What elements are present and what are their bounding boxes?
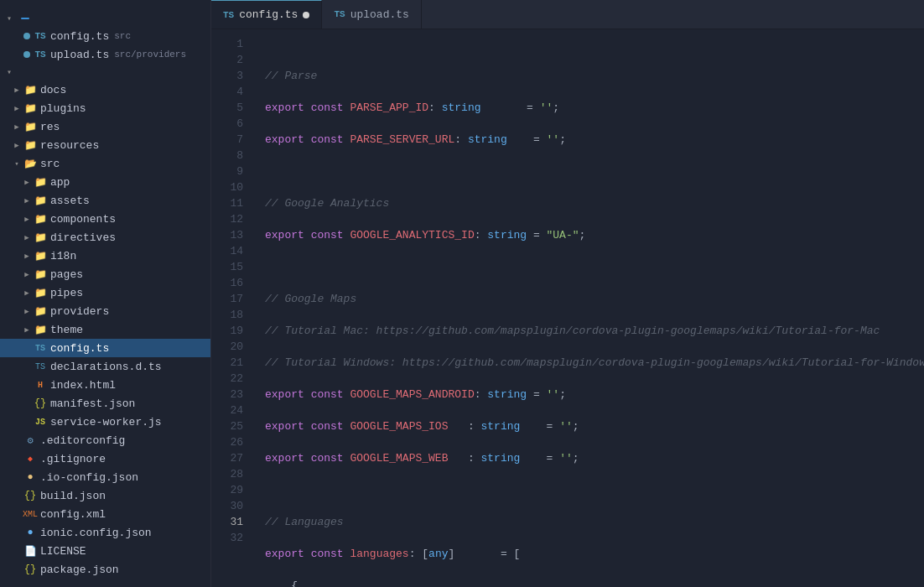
ts-icon: TS: [34, 29, 47, 43]
tree-gitignore[interactable]: ◆ .gitignore: [0, 449, 210, 468]
code-line-9: // Tutorial Mac: https://github.com/maps…: [265, 323, 924, 339]
folder-icon-src: 📂: [23, 157, 37, 170]
open-file-upload-path: src/providers: [114, 49, 186, 60]
tree-package-json-label: package.json: [40, 564, 119, 576]
code-area[interactable]: 1234567891011121314151617181920212223242…: [211, 29, 924, 587]
line-number-13: 13: [211, 227, 243, 243]
tree-pages[interactable]: ▶ 📁 pages: [0, 265, 210, 283]
line-number-12: 12: [211, 211, 243, 227]
line-number-16: 16: [211, 275, 243, 291]
tab-ts-icon-upload: TS: [334, 9, 345, 19]
line-number-20: 20: [211, 339, 243, 355]
json-icon-manifest: {}: [34, 397, 47, 410]
tree-io-config-json[interactable]: ● .io-config.json: [0, 468, 210, 486]
tree-config-xml[interactable]: XML config.xml: [0, 505, 210, 523]
tree-directives[interactable]: ▶ 📁 directives: [0, 228, 210, 247]
tab-upload-ts[interactable]: TS upload.ts: [322, 0, 421, 29]
line-number-22: 22: [211, 371, 243, 387]
tree-ionic-config-json[interactable]: ● ionic.config.json: [0, 523, 210, 542]
tree-io-config-label: .io-config.json: [40, 471, 138, 484]
file-dot-upload: [23, 51, 30, 58]
code-content[interactable]: // Parse export const PARSE_APP_ID: stri…: [252, 29, 924, 587]
tree-build-json-label: build.json: [40, 490, 106, 502]
folder-icon-pipes: 📁: [34, 286, 47, 299]
tree-app[interactable]: ▶ 📁 app: [0, 173, 210, 191]
tree-i18n[interactable]: ▶ 📁 i18n: [0, 247, 210, 265]
line-number-3: 3: [211, 68, 243, 84]
tree-resources[interactable]: ▶ 📁 resources: [0, 136, 210, 154]
code-line-7: [265, 259, 924, 275]
line-number-2: 2: [211, 52, 243, 68]
line-number-23: 23: [211, 387, 243, 403]
tree-assets-label: assets: [50, 195, 90, 207]
project-section[interactable]: ▾: [0, 64, 210, 81]
tree-theme[interactable]: ▶ 📁 theme: [0, 320, 210, 339]
folder-icon-res: 📁: [23, 120, 37, 133]
line-number-27: 27: [211, 450, 243, 466]
code-line-16: export const languages: [any] = [: [265, 546, 924, 562]
folder-icon-directives: 📁: [34, 231, 47, 244]
tab-config-ts[interactable]: TS config.ts: [211, 0, 322, 29]
tree-service-worker[interactable]: JS service-worker.js: [0, 413, 210, 431]
tree-res[interactable]: ▶ 📁 res: [0, 117, 210, 136]
code-line-4: [265, 164, 924, 179]
code-line-6: export const GOOGLE_ANALYTICS_ID: string…: [265, 227, 924, 243]
line-number-1: 1: [211, 36, 243, 52]
tree-src[interactable]: ▾ 📂 src: [0, 154, 210, 173]
tree-plugins[interactable]: ▶ 📁 plugins: [0, 99, 210, 117]
tree-editorconfig[interactable]: ⚙ .editorconfig: [0, 431, 210, 449]
xml-icon: XML: [23, 507, 37, 521]
tab-upload-ts-label: upload.ts: [350, 8, 409, 21]
line-number-6: 6: [211, 116, 243, 132]
ts-icon-upload: TS: [34, 48, 47, 61]
open-file-config-label: config.ts: [50, 30, 109, 43]
tree-license-label: LICENSE: [40, 545, 86, 558]
tab-ts-icon-config: TS: [223, 10, 234, 20]
line-number-19: 19: [211, 323, 243, 339]
tree-service-worker-label: service-worker.js: [50, 416, 162, 429]
tree-src-label: src: [40, 158, 60, 170]
ion-icon: ●: [23, 470, 37, 484]
open-editors-section[interactable]: ▾: [0, 10, 210, 27]
tree-res-label: res: [40, 121, 60, 133]
tree-assets[interactable]: ▶ 📁 assets: [0, 191, 210, 210]
tree-license[interactable]: 📄 LICENSE: [0, 542, 210, 560]
code-line-10: // Tutorial Windows: https://github.com/…: [265, 355, 924, 371]
tree-ionic-config-label: ionic.config.json: [40, 527, 152, 539]
code-line-14: [265, 482, 924, 498]
unsaved-badge: [21, 18, 29, 19]
tree-components-label: components: [50, 213, 116, 226]
plain-icon-license: 📄: [23, 544, 37, 558]
open-editors-arrow: ▾: [7, 13, 13, 23]
tree-plugins-label: plugins: [40, 102, 86, 115]
tree-config-ts[interactable]: TS config.ts: [0, 339, 210, 357]
line-number-30: 30: [211, 498, 243, 514]
tree-pipes[interactable]: ▶ 📁 pipes: [0, 283, 210, 302]
tree-providers[interactable]: ▶ 📁 providers: [0, 302, 210, 320]
line-number-5: 5: [211, 100, 243, 116]
line-number-18: 18: [211, 307, 243, 323]
js-icon: JS: [34, 415, 47, 429]
tree-manifest-json[interactable]: {} manifest.json: [0, 394, 210, 413]
json-icon-build: {}: [23, 489, 37, 502]
tree-resources-label: resources: [40, 139, 99, 152]
tree-pipes-label: pipes: [50, 287, 83, 299]
tree-declarations[interactable]: TS declarations.d.ts: [0, 357, 210, 376]
code-line-11: export const GOOGLE_MAPS_ANDROID: string…: [265, 387, 924, 403]
tree-build-json[interactable]: {} build.json: [0, 486, 210, 505]
tree-package-json[interactable]: {} package.json: [0, 560, 210, 579]
code-line-17: {: [265, 578, 924, 587]
file-dot-config: [23, 33, 30, 39]
tree-components[interactable]: ▶ 📁 components: [0, 210, 210, 228]
tree-declarations-label: declarations.d.ts: [50, 361, 162, 373]
tree-config-xml-label: config.xml: [40, 508, 106, 521]
open-file-config[interactable]: TS config.ts src: [0, 27, 210, 45]
code-line-8: // Google Maps: [265, 291, 924, 307]
tree-index-html[interactable]: H index.html: [0, 376, 210, 394]
code-line-2: export const PARSE_APP_ID: string = '';: [265, 100, 924, 116]
line-number-9: 9: [211, 164, 243, 179]
line-number-15: 15: [211, 259, 243, 275]
open-file-upload-label: upload.ts: [50, 49, 109, 61]
open-file-upload[interactable]: TS upload.ts src/providers: [0, 45, 210, 64]
tree-docs[interactable]: ▶ 📁 docs: [0, 81, 210, 99]
